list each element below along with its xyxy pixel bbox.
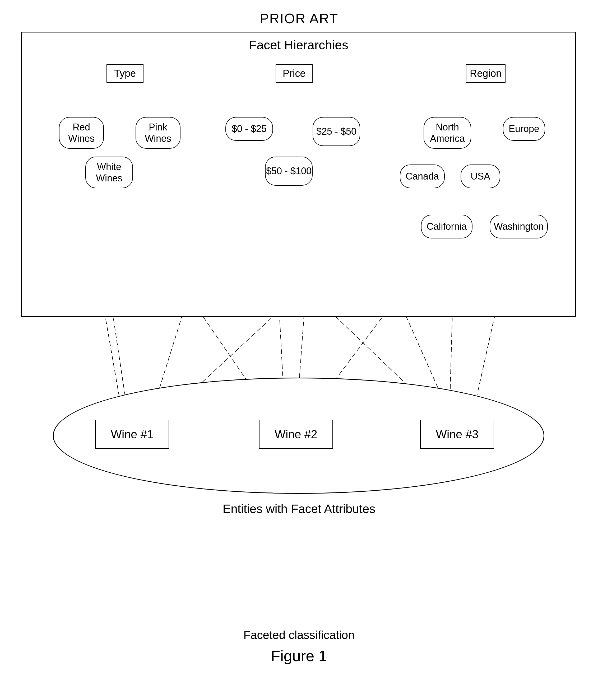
figure-caption: Faceted classification <box>243 628 355 642</box>
usa-node: USA <box>461 165 500 188</box>
california-node: California <box>421 215 473 239</box>
wine3-box: Wine #3 <box>420 420 494 449</box>
price-0-25-node: $0 - $25 <box>225 117 273 141</box>
wine2-box: Wine #2 <box>259 420 333 449</box>
washington-node: Washington <box>490 215 548 239</box>
entities-label: Entities with Facet Attributes <box>223 502 376 516</box>
north-america-node: North America <box>424 117 471 149</box>
figure-number: Figure 1 <box>271 647 327 665</box>
price-50-100-node: $50 - $100 <box>265 156 313 185</box>
red-wines-node: Red Wines <box>59 117 104 149</box>
canada-node: Canada <box>400 165 445 188</box>
pink-wines-node: Pink Wines <box>136 117 181 149</box>
europe-node: Europe <box>503 117 545 141</box>
type-node: Type <box>106 64 143 83</box>
facet-hierarchies-box: Facet Hierarchies Type Red Wines White W… <box>21 32 576 317</box>
price-25-50-node: $25 - $50 <box>313 117 360 146</box>
region-node: Region <box>466 64 505 83</box>
white-wines-node: White Wines <box>85 156 133 188</box>
facet-hierarchies-label: Facet Hierarchies <box>249 38 348 52</box>
wine1-box: Wine #1 <box>95 420 169 449</box>
page-title: PRIOR ART <box>260 10 338 26</box>
price-node: Price <box>276 64 313 83</box>
